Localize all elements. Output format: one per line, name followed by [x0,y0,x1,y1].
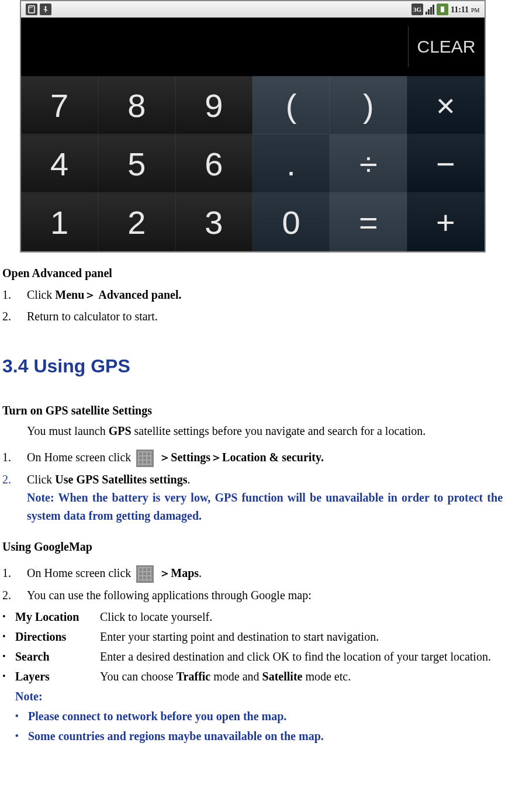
key-5[interactable]: 5 [98,134,175,193]
key-dot[interactable]: . [252,134,330,193]
battery-icon [437,4,448,15]
key-4[interactable]: 4 [21,134,98,193]
feature-label: Directions [15,628,100,646]
map-note-item: • Please connect to network before you o… [15,707,503,725]
calculator-keypad: 7 8 9 ( ) × 4 5 6 . ÷ − 1 2 3 0 = + [21,76,485,251]
text: Click [27,288,55,301]
feature-label: Search [15,648,100,666]
key-6[interactable]: 6 [175,134,252,193]
key-equals[interactable]: = [330,193,407,251]
key-9[interactable]: 9 [175,76,252,134]
text-bold: ＞Settings＞Location & security. [159,451,324,464]
text: On Home screen click [27,451,134,464]
status-bar: 3G 11:11 PM [21,1,485,18]
sdcard-icon [26,4,37,15]
text: Click [27,473,55,486]
step-item: 1. On Home screen click ＞Settings＞Locati… [2,448,503,467]
doc-body: Open Advanced panel 1. Click Menu＞ Advan… [0,264,505,745]
feature-desc: Enter your starting point and destinatio… [100,628,503,646]
advanced-panel-title: Open Advanced panel [2,264,503,282]
signal-icon [426,5,434,15]
calculator-screenshot: 3G 11:11 PM CLEAR 7 8 9 ( ) × 4 5 6 . ÷ … [20,0,486,253]
clear-button[interactable]: CLEAR [409,18,485,76]
svg-rect-8 [441,6,444,12]
key-8[interactable]: 8 [98,76,175,134]
text: . [199,566,202,579]
key-3[interactable]: 3 [175,193,252,251]
section-heading: 3.4 Using GPS [2,352,503,381]
gps-note: Note: When the battery is very low, GPS … [27,489,503,525]
gps-intro: You must launch GPS satellite settings b… [27,422,503,440]
step-item: 2. Click Use GPS Satellites settings. No… [2,471,503,525]
feature-desc: You can choose Traffic mode and Satellit… [100,668,503,686]
key-multiply[interactable]: × [407,76,484,134]
feature-label: My Location [15,608,100,626]
key-divide[interactable]: ÷ [330,134,407,193]
text: . [187,473,190,486]
text-bold: ＞Maps [159,566,199,579]
step-item: 2. Return to calculator to start. [2,307,503,326]
feature-label: Layers [15,668,100,686]
key-1[interactable]: 1 [21,193,98,251]
calculator-display: CLEAR [21,18,485,76]
launcher-icon [136,450,154,467]
status-time: 11:11 PM [451,4,480,15]
text-bold: Use GPS Satellites settings [55,473,187,486]
feature-item: • Directions Enter your starting point a… [2,628,503,646]
map-note-label: Note: [15,687,503,706]
launcher-icon [136,565,154,583]
feature-item: • Search Enter a desired destination and… [2,648,503,666]
feature-desc: Click to locate yourself. [100,608,503,626]
feature-item: • My Location Click to locate yourself. [2,608,503,626]
step-item: 1. Click Menu＞ Advanced panel. [2,286,503,304]
key-plus[interactable]: + [407,193,484,251]
key-2[interactable]: 2 [98,193,175,251]
key-lparen[interactable]: ( [252,76,330,134]
usb-icon [40,4,51,15]
step-item: 2. You can use the following application… [2,586,503,604]
text-bold: Menu＞ Advanced panel. [55,288,181,301]
step-item: 1. On Home screen click ＞Maps. [2,564,503,583]
key-0[interactable]: 0 [252,193,330,251]
feature-item: • Layers You can choose Traffic mode and… [2,668,503,686]
key-7[interactable]: 7 [21,76,98,134]
map-note-item: • Some countries and regions maybe unava… [15,727,503,745]
network-3g-icon: 3G [411,4,423,15]
key-minus[interactable]: − [407,134,484,193]
key-rparen[interactable]: ) [330,76,407,134]
svg-rect-0 [29,6,34,13]
gps-settings-title: Turn on GPS satellite Settings [2,402,503,420]
feature-desc: Enter a desired destination and click OK… [100,648,503,666]
text: On Home screen click [27,566,134,579]
googlemap-title: Using GoogleMap [2,538,503,556]
